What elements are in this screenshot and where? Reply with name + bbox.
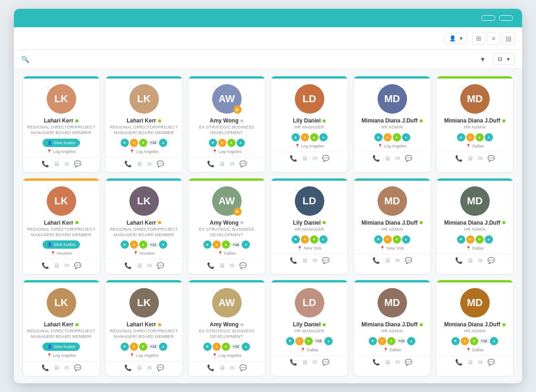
chat-icon[interactable]: 💬: [74, 364, 81, 371]
phone-icon[interactable]: 📞: [372, 359, 380, 366]
add-badge-button[interactable]: +: [242, 240, 250, 249]
employee-card[interactable]: LK ☆ Lahari Kerr REGIONAL DIRECTOR/PROJE…: [23, 178, 99, 274]
add-badge-button[interactable]: +: [237, 139, 245, 147]
chat-icon[interactable]: 💬: [405, 155, 412, 162]
phone-icon[interactable]: 📞: [42, 262, 49, 269]
email-icon[interactable]: ✉: [147, 160, 152, 167]
email-icon[interactable]: ✉: [230, 160, 235, 167]
email-icon[interactable]: ✉: [395, 155, 400, 162]
add-badge-button[interactable]: +: [324, 337, 333, 345]
phone-icon[interactable]: 📞: [124, 160, 132, 167]
employee-card[interactable]: AW ☆ Amy Wong EX STRATEGIC BUSINESS DEVE…: [189, 280, 265, 375]
screen-icon[interactable]: 🖥: [302, 155, 308, 162]
favorite-star-icon[interactable]: ☆: [459, 84, 464, 90]
email-icon[interactable]: ✉: [147, 262, 152, 269]
employee-card[interactable]: LD ☆ Lily Daniel HR MANAGER ★ ♦ ● + 📍 Lo…: [271, 76, 347, 172]
favorite-star-icon[interactable]: ☆: [377, 84, 381, 90]
screen-icon[interactable]: 🖥: [136, 364, 142, 371]
chat-icon[interactable]: 💬: [74, 262, 81, 269]
email-icon[interactable]: ✉: [312, 359, 317, 366]
favorite-star-icon[interactable]: ☆: [294, 186, 298, 192]
chat-icon[interactable]: 💬: [322, 155, 329, 162]
phone-icon[interactable]: 📞: [207, 262, 214, 269]
email-icon[interactable]: ✉: [230, 262, 235, 269]
phone-icon[interactable]: 📞: [207, 364, 214, 371]
chat-icon[interactable]: 💬: [405, 359, 412, 366]
favorite-star-icon[interactable]: ☆: [211, 84, 216, 90]
phone-icon[interactable]: 📞: [124, 262, 132, 269]
phone-icon[interactable]: 📞: [372, 155, 380, 162]
screen-icon[interactable]: 🖥: [136, 160, 142, 167]
add-badge-button[interactable]: +: [485, 235, 493, 244]
email-icon[interactable]: ✉: [478, 359, 483, 366]
favorite-star-icon[interactable]: ☆: [128, 84, 133, 90]
favorite-star-icon[interactable]: ☆: [128, 186, 133, 192]
add-badge-button[interactable]: +: [407, 337, 415, 345]
chat-icon[interactable]: 💬: [487, 155, 495, 162]
employee-card[interactable]: MD ☆ Mimiana Diana J.Duff HR ADMIN ★ ♦ ●…: [437, 178, 513, 274]
add-badge-button[interactable]: +: [485, 133, 493, 141]
favorite-star-icon[interactable]: ☆: [294, 84, 298, 90]
phone-icon[interactable]: 📞: [455, 155, 463, 162]
chat-icon[interactable]: 💬: [74, 160, 81, 167]
chat-icon[interactable]: 💬: [239, 364, 247, 371]
phone-icon[interactable]: 📞: [207, 160, 214, 167]
screen-icon[interactable]: 🖥: [302, 359, 308, 366]
favorite-star-icon[interactable]: ☆: [46, 186, 50, 192]
email-icon[interactable]: ✉: [64, 364, 69, 371]
email-icon[interactable]: ✉: [395, 257, 400, 264]
employee-card[interactable]: LK ☆ Lahari Kerr REGIONAL DIRECTOR/PROJE…: [23, 76, 99, 172]
email-icon[interactable]: ✉: [230, 364, 235, 371]
phone-icon[interactable]: 📞: [290, 155, 297, 162]
favorite-star-icon[interactable]: ☆: [46, 84, 50, 90]
employee-card[interactable]: MD ☆ Mimiana Diana J.Duff HR ADMIN ★ ♦ ●…: [354, 76, 430, 172]
favorite-star-icon[interactable]: ☆: [211, 186, 216, 192]
screen-icon[interactable]: 🖥: [467, 359, 473, 366]
print-pdf-button[interactable]: [481, 15, 495, 21]
chat-icon[interactable]: 💬: [239, 262, 247, 269]
screen-icon[interactable]: 🖥: [219, 262, 225, 269]
favorite-star-icon[interactable]: ☆: [377, 186, 381, 192]
employee-card[interactable]: LK ☆ Lahari Kerr REGIONAL DIRECTOR/PROJE…: [106, 178, 182, 274]
email-icon[interactable]: ✉: [312, 155, 317, 162]
phone-icon[interactable]: 📞: [455, 257, 463, 264]
employee-card[interactable]: LD ☆ Lily Daniel HR MANAGER ★ ♦ ● + 📍 Ne…: [271, 178, 347, 274]
screen-icon[interactable]: 🖥: [219, 364, 225, 371]
screen-icon[interactable]: 🖥: [302, 257, 308, 264]
screen-icon[interactable]: 🖥: [219, 160, 225, 167]
phone-icon[interactable]: 📞: [290, 359, 297, 366]
chat-icon[interactable]: 💬: [322, 257, 329, 264]
screen-icon[interactable]: 🖥: [384, 359, 390, 366]
chat-icon[interactable]: 💬: [157, 262, 164, 269]
favorite-star-icon[interactable]: ☆: [459, 288, 464, 294]
chat-icon[interactable]: 💬: [157, 160, 164, 167]
email-icon[interactable]: ✉: [64, 160, 69, 167]
email-icon[interactable]: ✉: [147, 364, 152, 371]
give-kudos-button[interactable]: 👤 Give Kudos: [43, 240, 80, 249]
phone-icon[interactable]: 📞: [372, 257, 380, 264]
compact-view-button[interactable]: ⊟ ▾: [493, 54, 515, 65]
employee-card[interactable]: LK ☆ Lahari Kerr REGIONAL DIRECTOR/PROJE…: [106, 76, 182, 172]
add-badge-button[interactable]: +: [159, 343, 167, 351]
screen-icon[interactable]: 🖥: [54, 364, 60, 371]
email-icon[interactable]: ✉: [312, 257, 317, 264]
favorite-star-icon[interactable]: ☆: [377, 288, 381, 294]
chat-icon[interactable]: 💬: [157, 364, 164, 371]
employee-card[interactable]: MD ☆ Mimiana Diana J.Duff HR ADMIN ★ ♦ ●…: [437, 76, 513, 172]
search-input[interactable]: [32, 56, 243, 63]
add-badge-button[interactable]: +: [159, 139, 167, 147]
favorite-star-icon[interactable]: ☆: [128, 288, 133, 294]
add-badge-button[interactable]: +: [402, 235, 410, 244]
grid-view-button[interactable]: ⊞: [472, 32, 485, 45]
everyone-filter-button[interactable]: 👤 ▾: [444, 33, 468, 44]
employee-card[interactable]: LK ☆ Lahari Kerr REGIONAL DIRECTOR/PROJE…: [23, 280, 99, 375]
add-badge-button[interactable]: +: [402, 133, 410, 141]
phone-icon[interactable]: 📞: [42, 364, 49, 371]
chat-icon[interactable]: 💬: [405, 257, 412, 264]
chat-icon[interactable]: 💬: [487, 257, 495, 264]
filter-button[interactable]: ▼: [480, 56, 488, 63]
chat-icon[interactable]: 💬: [239, 160, 247, 167]
screen-icon[interactable]: 🖥: [384, 155, 390, 162]
screen-icon[interactable]: 🖥: [136, 262, 142, 269]
employee-card[interactable]: MD ☆ Mimiana Diana J.Duff HR ADMIN ★ ♦ ●…: [354, 178, 430, 274]
